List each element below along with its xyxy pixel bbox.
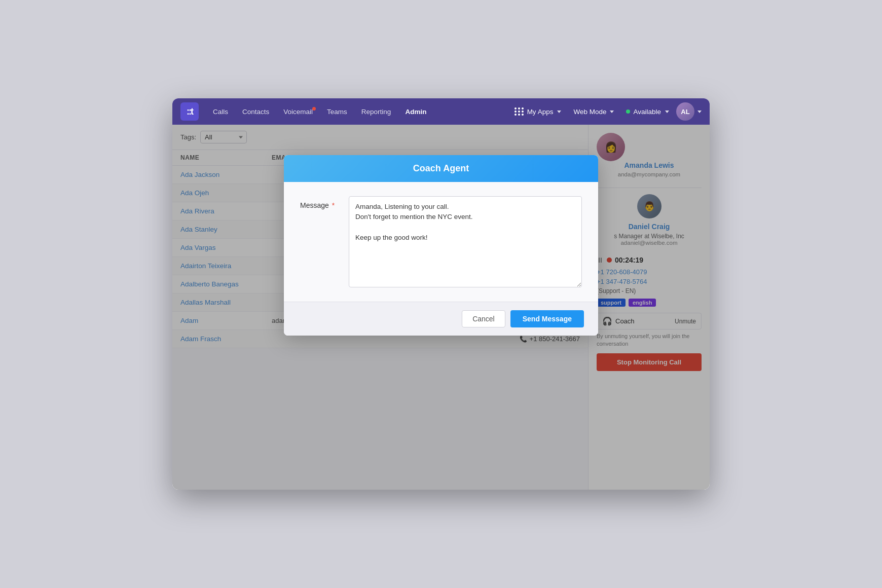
user-avatar-button[interactable]: AL — [676, 102, 694, 121]
modal-footer: Cancel Send Message — [284, 302, 598, 336]
status-indicator — [626, 109, 630, 114]
modal-overlay: Coach Agent Message * Amanda, Listening … — [172, 125, 710, 490]
message-label: Message * — [300, 196, 341, 209]
user-menu-chevron[interactable] — [697, 111, 702, 113]
status-button[interactable]: Available — [621, 105, 674, 119]
logo-icon: ::t — [187, 106, 193, 117]
nav-calls[interactable]: Calls — [207, 105, 234, 119]
apps-grid-icon — [514, 107, 524, 116]
coach-agent-modal: Coach Agent Message * Amanda, Listening … — [284, 155, 598, 336]
nav-reporting[interactable]: Reporting — [355, 105, 397, 119]
modal-body: Message * Amanda, Listening to your call… — [284, 182, 598, 302]
chevron-down-icon — [557, 111, 561, 113]
nav-admin[interactable]: Admin — [399, 105, 432, 119]
modal-title: Coach Agent — [413, 163, 469, 173]
send-message-button[interactable]: Send Message — [510, 310, 584, 327]
app-logo[interactable]: ::t — [180, 102, 199, 121]
browser-window: ::t Calls Contacts Voicemail Teams Repor… — [172, 98, 710, 490]
nav-right-section: My Apps Web Mode Available AL — [509, 102, 702, 121]
chevron-down-icon — [665, 111, 669, 113]
required-indicator: * — [332, 201, 335, 209]
web-mode-button[interactable]: Web Mode — [568, 105, 619, 119]
nav-voicemail[interactable]: Voicemail — [277, 105, 319, 119]
cancel-button[interactable]: Cancel — [462, 310, 505, 327]
nav-contacts[interactable]: Contacts — [236, 105, 275, 119]
chevron-down-icon — [610, 111, 614, 113]
modal-header: Coach Agent — [284, 155, 598, 182]
voicemail-badge — [312, 107, 316, 111]
main-content: Tags: All Support Sales Marketing Name E… — [172, 125, 710, 490]
message-form-row: Message * Amanda, Listening to your call… — [300, 196, 582, 287]
my-apps-button[interactable]: My Apps — [509, 104, 567, 119]
navbar: ::t Calls Contacts Voicemail Teams Repor… — [172, 98, 710, 125]
message-textarea[interactable]: Amanda, Listening to your call. Don't fo… — [349, 196, 582, 287]
nav-teams[interactable]: Teams — [321, 105, 353, 119]
